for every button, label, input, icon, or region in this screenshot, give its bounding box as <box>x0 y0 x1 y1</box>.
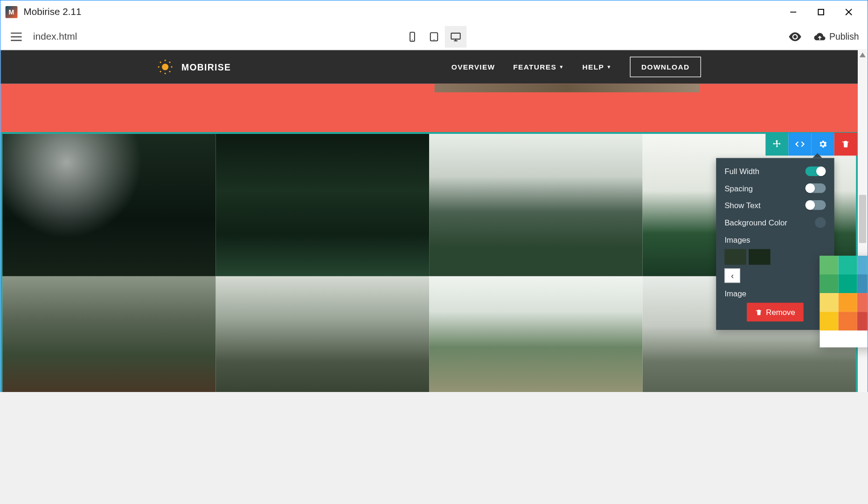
gallery-image-3[interactable] <box>429 134 642 276</box>
color-swatch-option[interactable] <box>857 312 868 330</box>
setting-spacing-label: Spacing <box>724 184 753 193</box>
color-swatch-option[interactable] <box>820 293 839 312</box>
window-controls <box>779 3 862 21</box>
image-thumbnail[interactable] <box>749 249 771 265</box>
filename-label[interactable]: index.html <box>33 31 77 42</box>
nav-help[interactable]: HELP▼ <box>583 63 612 71</box>
site-header-block[interactable]: MOBIRISE OVERVIEW FEATURES▼ HELP▼ DOWNLO… <box>0 50 858 84</box>
block-settings-button[interactable] <box>812 133 834 155</box>
nav-features[interactable]: FEATURES▼ <box>513 63 564 71</box>
svg-point-10 <box>434 39 435 40</box>
setting-bg-color-label: Background Color <box>724 218 787 227</box>
chevron-down-icon: ▼ <box>559 64 564 70</box>
nav-overview[interactable]: OVERVIEW <box>451 63 495 71</box>
tablet-view-button[interactable] <box>423 26 445 48</box>
setting-show-text-toggle[interactable] <box>806 200 826 210</box>
images-prev-button[interactable]: ‹ <box>724 268 740 283</box>
download-button[interactable]: DOWNLOAD <box>630 56 701 77</box>
publish-label: Publish <box>829 31 859 42</box>
image-thumbnail[interactable] <box>724 249 746 265</box>
gallery-image-7[interactable] <box>429 276 642 392</box>
setting-full-width-label: Full Width <box>724 167 759 175</box>
block-move-button[interactable] <box>765 133 788 155</box>
setting-image-label: Image <box>724 289 826 298</box>
gallery-image-1[interactable] <box>2 134 215 276</box>
app-window: M Mobirise 2.11 index.html Publish <box>0 0 868 392</box>
svg-line-17 <box>160 62 161 63</box>
close-button[interactable] <box>835 3 862 21</box>
brand-label[interactable]: MOBIRISE <box>181 62 231 72</box>
desktop-view-button[interactable] <box>445 26 467 48</box>
remove-button[interactable]: Remove <box>747 303 804 322</box>
svg-line-21 <box>160 71 161 72</box>
color-swatch-option[interactable] <box>820 312 839 330</box>
setting-bg-color-swatch[interactable] <box>815 217 826 228</box>
block-delete-button[interactable] <box>834 133 857 155</box>
cloud-upload-icon <box>813 30 826 42</box>
svg-line-22 <box>169 62 170 63</box>
setting-spacing-toggle[interactable] <box>806 183 826 193</box>
block-settings-panel: Full Width Spacing Show Text Background … <box>716 158 834 330</box>
setting-images-label: Images <box>724 235 826 244</box>
color-swatch-option[interactable] <box>839 274 857 293</box>
color-picker-more-link[interactable]: More > <box>820 330 868 343</box>
gallery-image-5[interactable] <box>2 276 215 392</box>
svg-point-14 <box>162 63 168 70</box>
color-swatch-option[interactable] <box>857 256 868 274</box>
chevron-down-icon: ▼ <box>606 64 612 70</box>
setting-show-text-label: Show Text <box>724 201 760 210</box>
editor-canvas: MOBIRISE OVERVIEW FEATURES▼ HELP▼ DOWNLO… <box>0 50 867 392</box>
gallery-block[interactable]: Full Width Spacing Show Text Background … <box>0 132 858 392</box>
color-swatch-option[interactable] <box>839 256 857 274</box>
site-nav: OVERVIEW FEATURES▼ HELP▼ DOWNLOAD <box>451 56 701 77</box>
titlebar: M Mobirise 2.11 <box>0 0 867 23</box>
hero-image-fragment <box>435 84 700 92</box>
minimize-button[interactable] <box>779 3 807 21</box>
sun-icon <box>157 59 173 75</box>
color-swatch-option[interactable] <box>820 256 839 274</box>
svg-line-18 <box>169 71 170 72</box>
svg-rect-1 <box>818 9 824 15</box>
trash-icon <box>755 308 763 316</box>
color-swatch-option[interactable] <box>839 312 857 330</box>
app-title: Mobirise 2.11 <box>23 7 779 17</box>
app-icon: M <box>6 6 18 18</box>
maximize-button[interactable] <box>807 3 834 21</box>
gallery-image-2[interactable] <box>216 134 429 276</box>
color-swatch-option[interactable] <box>839 293 857 312</box>
block-toolbar <box>765 133 857 155</box>
main-toolbar: index.html Publish <box>0 23 867 50</box>
svg-rect-11 <box>451 33 460 39</box>
color-swatch-option[interactable] <box>820 274 839 293</box>
color-swatch-option[interactable] <box>857 293 868 312</box>
scrollbar-thumb[interactable] <box>859 195 867 243</box>
block-code-button[interactable] <box>788 133 811 155</box>
hamburger-menu-icon[interactable] <box>9 29 23 44</box>
device-switcher <box>402 26 467 48</box>
preview-button[interactable] <box>788 30 801 43</box>
publish-button[interactable]: Publish <box>813 30 859 42</box>
hero-block-partial[interactable] <box>0 84 858 132</box>
color-swatch-option[interactable] <box>857 274 868 293</box>
color-picker-popover: #553982 More > <box>820 256 868 347</box>
mobile-view-button[interactable] <box>402 26 424 48</box>
setting-full-width-toggle[interactable] <box>806 167 826 176</box>
images-thumbnail-row <box>724 249 826 265</box>
svg-point-8 <box>412 39 413 40</box>
gallery-image-6[interactable] <box>216 276 429 392</box>
